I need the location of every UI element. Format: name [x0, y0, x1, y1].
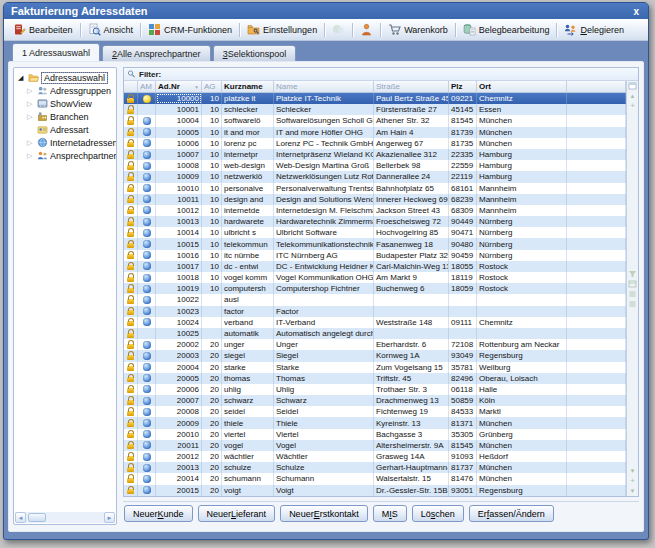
column-header-ag[interactable]: AG — [202, 81, 222, 92]
toolbar-button-belegbearbeitung[interactable]: Belegbearbeitung — [458, 21, 555, 39]
toolbar-button-crm-funktionen[interactable]: CRM-Funktionen — [143, 21, 237, 39]
panel-icon[interactable] — [628, 280, 637, 288]
toolbar-button-ansicht[interactable]: Ansicht — [83, 21, 139, 39]
tree-expander-icon[interactable]: ▷ — [27, 152, 35, 160]
column-header-am[interactable]: AM — [138, 81, 156, 92]
tab-alle-ansprechpartner[interactable]: 2 Alle Ansprechpartner — [102, 45, 211, 61]
cell-ag: 10 — [202, 104, 222, 115]
table-row[interactable]: 1001410ulbricht sUlbricht SoftwareHochvo… — [124, 227, 626, 238]
cell-strasse: Carl-Malchin-Weg 11 — [374, 261, 449, 272]
cell-lock — [124, 115, 138, 126]
add-icon[interactable]: + — [628, 102, 637, 110]
scroll-down-icon[interactable]: ▼ — [628, 467, 637, 475]
table-row[interactable]: 2001320schulzeSchulzeGerhart-Hauptmann-R… — [124, 462, 626, 473]
erfassen-aendern-button[interactable]: Erfassen/Ändern — [469, 505, 554, 522]
tab-selektionspool[interactable]: 3 Selektionspool — [213, 45, 297, 61]
scroll-right-arrow[interactable]: ► — [104, 512, 115, 523]
table-row[interactable]: 2000320siegelSiegelKornweg 1A93049Regens… — [124, 350, 626, 361]
table-row[interactable]: 10025automatikAutomatisch angelegt durch… — [124, 328, 626, 339]
table-row[interactable]: 10023factorFactor — [124, 306, 626, 317]
table-row[interactable]: 2001420schumannSchumannWalsertalstr. 158… — [124, 473, 626, 484]
table-row[interactable]: 1000610lorenz pcLorenz PC - Technik GmbH… — [124, 138, 626, 149]
toolbar-button-tool-faded[interactable] — [327, 21, 350, 39]
toolbar-button-warenkorb[interactable]: Warenkorb — [383, 21, 453, 39]
filter-funnel-icon[interactable] — [628, 270, 637, 278]
scrollbar-thumb[interactable] — [28, 513, 46, 522]
table-row[interactable]: 1001810vogel kommVogel Kommunikation OHG… — [124, 272, 626, 283]
list-icon[interactable] — [628, 290, 637, 298]
table-row[interactable]: 1000110schleckerSchleckerFürstenstraße 2… — [124, 104, 626, 115]
table-row[interactable]: 2000220ungerUngerEberhardstr. 672108Rott… — [124, 339, 626, 350]
table-row[interactable]: 10022ausl — [124, 294, 626, 305]
tree-item-root[interactable]: ◢Adressauswahl — [14, 71, 116, 84]
column-header-name[interactable]: Name — [274, 81, 374, 92]
table-row[interactable]: 1000910netzwerklöNetzwerklösungen Lutz R… — [124, 171, 626, 182]
table-row[interactable]: 1000710internetprInternetpräsenz Wieland… — [124, 149, 626, 160]
scroll-left-arrow[interactable]: ◄ — [15, 512, 26, 523]
tree-item-internetadressen[interactable]: ▷Internetadressen — [14, 136, 116, 149]
column-header-strasse[interactable]: Straße — [374, 81, 449, 92]
cell-kurzname: ausl — [222, 294, 274, 305]
add-icon[interactable]: + — [628, 477, 637, 485]
table-row[interactable]: 1001710dc - entwiDC - Entwicklung Heidne… — [124, 261, 626, 272]
column-header-ort[interactable]: Ort — [477, 81, 567, 92]
scroll-up-icon[interactable]: ▲ — [628, 92, 637, 100]
tree-item-adressgruppen[interactable]: ▷Adressgruppen — [14, 84, 116, 97]
column-chooser-icon[interactable] — [628, 82, 637, 90]
tree-item-adressart[interactable]: Adressart — [14, 123, 116, 136]
toolbar-button-tool-person[interactable] — [355, 21, 378, 39]
tree-expander-icon[interactable]: ▷ — [27, 87, 35, 95]
table-row[interactable]: 1001010personalvePersonalverwaltung Tren… — [124, 183, 626, 194]
table-row[interactable]: 2001520voigtVoigtDr.-Gessler-Str. 15B930… — [124, 485, 626, 496]
close-button[interactable]: x — [631, 6, 641, 17]
column-header-lock[interactable] — [124, 81, 138, 92]
list-icon[interactable] — [628, 300, 637, 308]
table-row[interactable]: 1001210internetdeInternetdesign M. Fleis… — [124, 205, 626, 216]
table-row[interactable]: 2000620uhligUhligTrothaer Str. 306118Hal… — [124, 384, 626, 395]
cell-lock — [124, 238, 138, 249]
table-row[interactable]: 2000520thomasThomasTriftstr. 4582496Ober… — [124, 373, 626, 384]
tree-item-branchen[interactable]: ▷Branchen — [14, 110, 116, 123]
internet-icon — [37, 137, 48, 148]
table-row[interactable]: 1001510telekommunTelekommunikationstechn… — [124, 238, 626, 249]
table-row[interactable]: 2000820seidelSeidelFichtenweg 1984533Mar… — [124, 406, 626, 417]
cell-adnr: 10005 — [156, 127, 202, 138]
table-row[interactable]: 1000010platzke itPlatzke IT-TechnikPaul … — [124, 93, 626, 104]
toolbar-button-delegieren[interactable]: Delegieren — [559, 21, 629, 39]
cell-ag: 10 — [202, 227, 222, 238]
column-header-plz[interactable]: Plz — [449, 81, 477, 92]
table-row[interactable]: 1001110design andDesign and Solutions We… — [124, 194, 626, 205]
tree-expander-icon[interactable]: ▷ — [27, 113, 35, 121]
table-row[interactable]: 1000410softwarelöSoftwarelösungen Scholl… — [124, 115, 626, 126]
table-row[interactable]: 2000720schwarzSchwarzDrachmenweg 1350859… — [124, 395, 626, 406]
table-row[interactable]: 1000810web-designWeb-Design Martina Groß… — [124, 160, 626, 171]
table-row[interactable]: 2000420starkeStarkeZum Vogelsang 1535781… — [124, 362, 626, 373]
tree-expander-icon[interactable]: ◢ — [18, 74, 26, 82]
toolbar-button-einstellungen[interactable]: Einstellungen — [242, 21, 322, 39]
table-row[interactable]: 1001310hardwareteHardwaretechnik Zimmerm… — [124, 216, 626, 227]
table-row[interactable]: 2001220wächtlerWächtlerGrasweg 14A91093H… — [124, 451, 626, 462]
neuer-lieferant-button[interactable]: Neuer Lieferant — [198, 505, 276, 522]
tree-item-showview[interactable]: ▷ShowView — [14, 97, 116, 110]
tree-item-ansprechpartner[interactable]: ▷Ansprechpartner — [14, 149, 116, 162]
neuer-erstkontakt-button[interactable]: Neuer Erstkontakt — [280, 505, 368, 522]
tree-expander-icon[interactable]: ▷ — [27, 100, 35, 108]
table-row[interactable]: 2001120vogelVogelAltersheimerstr. 9A8154… — [124, 440, 626, 451]
neuer-kunde-button[interactable]: Neuer Kunde — [124, 505, 193, 522]
loeschen-button[interactable]: Löschen — [412, 505, 464, 522]
scroll-bottom-icon[interactable]: ▼ — [628, 487, 637, 495]
filter-input[interactable] — [164, 68, 638, 80]
table-row[interactable]: 1001610itc nürnbeITC Nürnberg AGBudapest… — [124, 250, 626, 261]
cell-name: Automatisch angelegt durch CRM — [274, 328, 374, 339]
table-row[interactable]: 2001020viertelViertelBachgasse 335305Grü… — [124, 429, 626, 440]
mis-button[interactable]: MIS — [373, 505, 407, 522]
table-row[interactable]: 1000510it and morIT and more Höfler OHGA… — [124, 127, 626, 138]
table-row[interactable]: 2000920thieleThieleKyreinstr. 1381371Mün… — [124, 417, 626, 428]
column-header-kurzname[interactable]: Kurzname — [222, 81, 274, 92]
column-header-adnr[interactable]: Ad.Nr▼ — [156, 81, 202, 92]
toolbar-button-bearbeiten[interactable]: Bearbeiten — [8, 21, 78, 39]
tab-adressauswahl[interactable]: 1 Adressauswahl — [12, 43, 100, 61]
table-row[interactable]: 1001910computershComputershop FichtnerBu… — [124, 283, 626, 294]
tree-expander-icon[interactable]: ▷ — [27, 139, 35, 147]
table-row[interactable]: 10024verbandIT-VerbandWeststraße 1480911… — [124, 317, 626, 328]
